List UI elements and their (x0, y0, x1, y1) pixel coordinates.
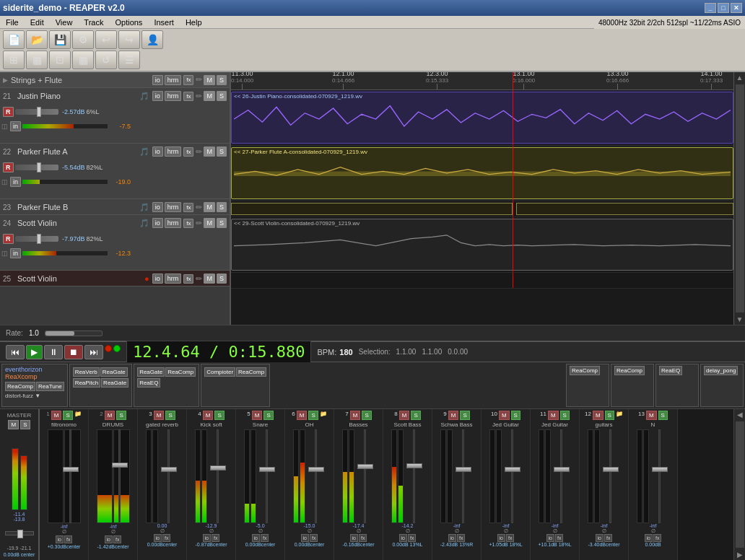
ch1-fader-knob[interactable] (63, 467, 79, 472)
ch9-fx-btn[interactable]: fx (457, 534, 465, 542)
ch4-fx-btn[interactable]: fx (212, 534, 219, 542)
scroll-down-button[interactable]: ▼ (735, 314, 745, 325)
close-button[interactable]: ✕ (731, 3, 742, 13)
person-button[interactable]: 👤 (141, 30, 163, 49)
ch9-m[interactable]: M (448, 411, 459, 420)
ch5-fader[interactable] (257, 429, 277, 523)
rate-thumb[interactable] (45, 331, 74, 336)
track-24-m[interactable]: M (204, 218, 215, 228)
maximize-button[interactable]: □ (718, 3, 729, 13)
track-22-in-btn[interactable]: in (10, 177, 21, 187)
options-button[interactable]: ⚙ (72, 30, 94, 49)
stop-button[interactable]: ⏹ (64, 345, 83, 359)
ch6-fader[interactable] (306, 429, 326, 523)
ch11-fx-btn[interactable]: fx (555, 534, 563, 542)
track-23-hrm[interactable]: hrm (165, 202, 182, 212)
undo-button[interactable]: ↩ (95, 30, 117, 49)
window-controls[interactable]: _ □ ✕ (705, 3, 742, 13)
ch6-m[interactable]: M (297, 411, 308, 420)
plugin-compioter-btn[interactable]: Compioter (204, 367, 235, 377)
ch10-fader[interactable] (502, 429, 523, 523)
ch12-s[interactable]: S (605, 411, 614, 420)
plugin-delay-btn[interactable]: delay_pong (704, 366, 738, 375)
folder-hrm-btn[interactable]: hrm (165, 75, 182, 85)
plugin-eventhorizon[interactable]: eventhorizon (5, 366, 64, 373)
master-fader[interactable] (5, 522, 34, 546)
ch5-s[interactable]: S (263, 411, 273, 420)
track-21-fx[interactable]: fx (183, 92, 193, 101)
track-25-hrm[interactable]: hrm (165, 274, 182, 284)
ch2-fx-btn[interactable]: fx (113, 535, 121, 543)
scroll-up-button[interactable]: ▲ (735, 72, 745, 83)
ch3-fader-knob[interactable] (161, 467, 177, 472)
ch7-io-btn[interactable]: io (350, 534, 358, 542)
ch6-folder[interactable]: 📁 (320, 411, 327, 420)
ch4-fader-knob[interactable] (210, 465, 226, 471)
ch13-fx-btn[interactable]: fx (653, 534, 661, 542)
zoom-button[interactable]: ↺ (95, 51, 117, 69)
track-22-fader[interactable] (15, 165, 58, 170)
track-24-fader[interactable] (15, 236, 58, 242)
mixer-scroll-left[interactable]: ◀ (736, 409, 744, 420)
track-24-r[interactable]: R (3, 234, 14, 244)
skip-start-button[interactable]: ⏮ (6, 345, 25, 359)
ch6-fx-btn[interactable]: fx (310, 534, 318, 542)
skip-end-button[interactable]: ⏭ (84, 345, 103, 359)
redo-button[interactable]: ↪ (118, 30, 140, 49)
play-button[interactable]: ▶ (26, 345, 43, 359)
ch1-io-btn[interactable]: io (56, 535, 64, 543)
ch10-fx-btn[interactable]: fx (506, 534, 514, 542)
ch3-s[interactable]: S (165, 411, 175, 420)
plugin-reverb-btn[interactable]: ReaVerb (73, 367, 100, 377)
plugin-reacomp-btn[interactable]: ReaComp (5, 382, 35, 391)
ch7-fader[interactable] (355, 429, 375, 523)
plugin-eq2-btn[interactable]: ReaEQ (659, 366, 682, 375)
ch13-io-btn[interactable]: io (645, 534, 653, 542)
plugin-reatune-btn[interactable]: ReaTune (36, 382, 64, 391)
new-button[interactable]: 📄 (3, 30, 25, 49)
ch1-fader[interactable] (61, 429, 81, 523)
track-21-s[interactable]: S (217, 91, 227, 101)
track-22-hrm[interactable]: hrm (165, 146, 182, 157)
ch4-io-btn[interactable]: io (203, 534, 211, 542)
ch12-folder[interactable]: 📁 (616, 411, 623, 420)
ch12-fx-btn[interactable]: fx (604, 534, 612, 542)
ch5-m[interactable]: M (252, 411, 263, 420)
menu-view[interactable]: View (53, 17, 76, 27)
menu-file[interactable]: File (3, 17, 22, 27)
ch2-s[interactable]: S (116, 411, 126, 420)
track-24-hrm[interactable]: hrm (165, 218, 182, 228)
track-22-m[interactable]: M (204, 146, 215, 157)
ch6-fader-knob[interactable] (308, 467, 324, 472)
plugin-comp3-btn[interactable]: ReaComp (236, 367, 266, 377)
plugin-gate3-btn[interactable]: ReaGate (137, 367, 165, 377)
ch12-m[interactable]: M (593, 411, 604, 420)
menu-track[interactable]: Track (81, 17, 106, 27)
track-22-io[interactable]: io (152, 146, 163, 157)
track-21-in-btn[interactable]: in (10, 121, 21, 131)
mixer-scroll-thumb[interactable] (736, 421, 744, 548)
ch6-s[interactable]: S (308, 411, 318, 420)
ch11-s[interactable]: S (560, 411, 570, 420)
ch7-fx-btn[interactable]: fx (359, 534, 367, 542)
track-21-fader[interactable] (15, 109, 58, 115)
plugin-eq-btn[interactable]: ReaEQ (137, 378, 160, 388)
ch8-s[interactable]: S (411, 411, 420, 420)
ch5-io-btn[interactable]: io (252, 534, 260, 542)
ch2-m[interactable]: M (105, 411, 116, 420)
ch2-fader[interactable] (110, 429, 130, 523)
loop-button[interactable]: ⊡ (49, 51, 71, 69)
ch6-io-btn[interactable]: io (301, 534, 309, 542)
ch11-io-btn[interactable]: io (546, 534, 554, 542)
ch9-s[interactable]: S (460, 411, 469, 420)
ch4-s[interactable]: S (214, 411, 224, 420)
menu-edit[interactable]: Edit (27, 17, 47, 27)
menu-insert[interactable]: Insert (151, 17, 177, 27)
ch11-fader-knob[interactable] (554, 467, 570, 472)
ch8-fader-knob[interactable] (406, 463, 422, 468)
minimize-button[interactable]: _ (705, 3, 716, 13)
ch12-io-btn[interactable]: io (596, 534, 604, 542)
plugin-gate2-btn[interactable]: ReaGate (101, 378, 128, 388)
folder-io-btn[interactable]: io (152, 75, 163, 85)
select-button[interactable]: ▦ (72, 51, 94, 69)
